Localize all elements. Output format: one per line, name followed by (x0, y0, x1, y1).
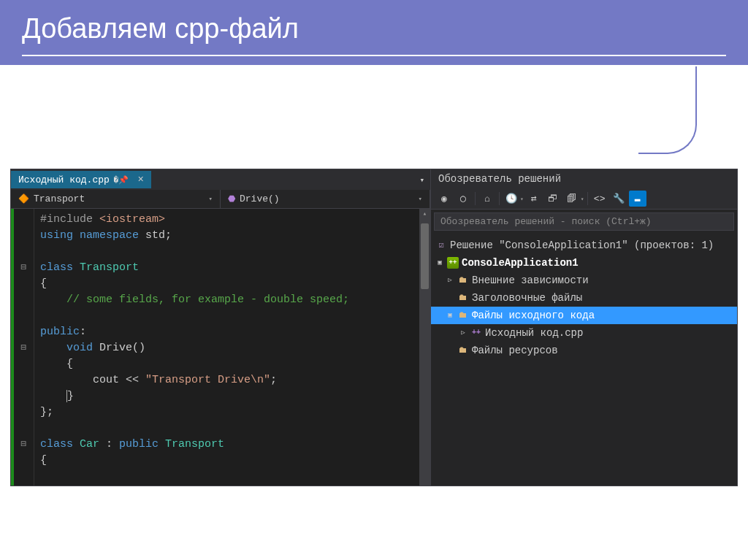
navigation-bar: 🔶 Transport ▾ ⬣ Drive() ▾ (11, 190, 430, 209)
home-button[interactable]: ⌂ (478, 191, 496, 207)
solution-icon: ☑ (435, 239, 447, 251)
headers-node[interactable]: 🖿 Заголовочные файлы (431, 289, 737, 307)
fold-icon[interactable]: ⊟ (14, 340, 34, 356)
solution-tree: ☑ Решение "ConsoleApplication1" (проекто… (431, 234, 737, 486)
resources-node[interactable]: 🖿 Файлы ресурсов (431, 342, 737, 359)
scrollbar-thumb[interactable] (421, 223, 429, 289)
sync-button[interactable]: ⇄ (525, 191, 543, 207)
editor-pane: Исходный код.cpp �📌 × ▾ 🔶 Transport ▾ ⬣ … (11, 169, 430, 486)
expand-icon[interactable]: ▷ (459, 324, 468, 342)
chevron-down-icon: ▾ (419, 195, 422, 203)
class-icon: 🔶 (18, 193, 29, 204)
method-selector[interactable]: ⬣ Drive() ▾ (221, 190, 430, 208)
close-icon[interactable]: × (137, 174, 143, 185)
folder-icon: 🖿 (457, 292, 469, 304)
fold-icon[interactable]: ⊟ (14, 437, 34, 453)
cpp-file-icon: ++ (470, 327, 482, 339)
tab-overflow-icon[interactable]: ▾ (419, 175, 424, 185)
collapse-icon[interactable]: ▣ (435, 254, 444, 272)
vertical-scrollbar[interactable] (419, 209, 430, 486)
solution-explorer: Обозреватель решений ◉ ◯ ⌂ 🕓▾ ⇄ 🗗 🗐▾ <> … (430, 169, 737, 486)
collapse-icon[interactable]: ▣ (446, 307, 454, 324)
fold-icon[interactable]: ⊟ (14, 260, 34, 276)
folder-icon: 🖿 (457, 310, 469, 321)
slide-body: Исходный код.cpp �📌 × ▾ 🔶 Transport ▾ ⬣ … (0, 66, 748, 486)
decorative-curve (638, 66, 697, 154)
editor-tab-bar: Исходный код.cpp �📌 × ▾ (11, 169, 430, 190)
chevron-down-icon: ▾ (209, 195, 213, 203)
solution-node[interactable]: ☑ Решение "ConsoleApplication1" (проекто… (431, 237, 737, 254)
external-deps-node[interactable]: ▷ 🖿 Внешние зависимости (431, 272, 737, 289)
folder-icon: 🖿 (457, 275, 469, 286)
class-selector-label: Transport (34, 193, 85, 204)
method-selector-label: Drive() (240, 193, 280, 204)
show-all-button[interactable]: 🗗 (544, 191, 562, 207)
solution-explorer-title: Обозреватель решений (431, 169, 737, 188)
forward-button[interactable]: ◯ (454, 191, 472, 207)
solution-search-input[interactable]: Обозреватель решений - поиск (Ctrl+ж) (434, 212, 734, 231)
code-editor[interactable]: #include <iostream> using namespace std;… (34, 209, 419, 486)
file-tab[interactable]: Исходный код.cpp �📌 × (11, 171, 151, 188)
solution-toolbar: ◉ ◯ ⌂ 🕓▾ ⇄ 🗗 🗐▾ <> 🔧 ▬ (431, 188, 737, 210)
method-icon: ⬣ (228, 193, 235, 204)
source-files-node[interactable]: ▣ 🖿 Файлы исходного кода (431, 307, 737, 324)
visual-studio-ide: Исходный код.cpp �📌 × ▾ 🔶 Transport ▾ ⬣ … (10, 169, 738, 486)
editor-body: ⬍ ⊟ ⊟ ⊟ #include <iostream> using namesp… (11, 209, 430, 486)
slide-title: Добавляем cpp-файл (0, 0, 748, 66)
collapse-button[interactable]: 🗐 (563, 191, 581, 207)
class-selector[interactable]: 🔶 Transport ▾ (11, 190, 221, 208)
view-code-button[interactable]: <> (591, 191, 608, 207)
file-tab-label: Исходный код.cpp (18, 174, 110, 185)
pin-icon[interactable]: �📌 (114, 175, 129, 185)
gutter: ⊟ ⊟ ⊟ (14, 209, 34, 486)
project-node[interactable]: ▣ ++ ConsoleApplication1 (431, 254, 737, 272)
expand-icon[interactable]: ▷ (446, 272, 454, 289)
pending-button[interactable]: 🕓 (503, 191, 520, 207)
folder-icon: 🖿 (457, 345, 469, 356)
preview-button[interactable]: ▬ (629, 191, 646, 207)
properties-button[interactable]: 🔧 (610, 191, 627, 207)
project-icon: ++ (447, 257, 459, 269)
source-file-node[interactable]: ▷ ++ Исходный код.cpp (431, 324, 737, 342)
back-button[interactable]: ◉ (435, 191, 453, 207)
